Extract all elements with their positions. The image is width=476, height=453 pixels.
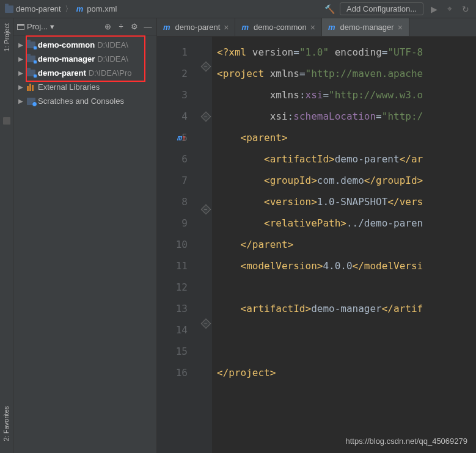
locate-icon[interactable]: ⊕ xyxy=(103,22,112,31)
sidebar-title-text: Proj... xyxy=(27,22,48,31)
module-folder-icon xyxy=(27,70,35,76)
tree-item-path: D:\IDEA\ xyxy=(97,54,128,63)
structure-tool-button[interactable] xyxy=(3,117,10,125)
chevron-down-icon: ▾ xyxy=(50,22,54,31)
top-toolbar: demo-parent 〉 m pom.xml 🔨 Add Configurat… xyxy=(0,0,476,18)
line-number-gutter[interactable]: 1234 5m↑ 678910111213141516 xyxy=(157,37,200,453)
tree-item-path: D:\IDEA\ xyxy=(97,40,128,49)
stop-icon[interactable]: ↻ xyxy=(460,4,471,14)
editor-tab[interactable]: m demo-common × xyxy=(235,18,321,36)
module-folder-icon xyxy=(27,42,35,48)
project-tool-button[interactable]: 1: Project xyxy=(3,23,10,51)
tree-item-name: demo-common xyxy=(38,40,95,49)
watermark: https://blog.csdn.net/qq_45069279 xyxy=(346,437,468,446)
editor-tabs: m demo-parent × m demo-common × m demo-m… xyxy=(157,18,476,37)
tree-item-name: demo-manager xyxy=(38,54,95,63)
fold-marker-icon[interactable]: − xyxy=(201,319,211,329)
editor-tab[interactable]: m demo-parent × xyxy=(157,18,235,36)
breadcrumb: demo-parent 〉 m pom.xml xyxy=(5,4,324,15)
maven-file-icon: m xyxy=(241,23,249,32)
maven-file-icon: m xyxy=(328,23,335,32)
editor-area: m demo-parent × m demo-common × m demo-m… xyxy=(157,18,476,453)
toolbar-right: 🔨 Add Configuration... ▶ ⌖ ↻ xyxy=(324,2,471,15)
tree-item-name: demo-parent xyxy=(38,68,86,78)
tree-item-name: External Libraries xyxy=(38,82,100,92)
favorites-tool-button[interactable]: 2: Favorites xyxy=(2,406,10,441)
sidebar-header: Proj... ▾ ⊕ ÷ ⚙ — xyxy=(13,18,156,35)
tree-item-module[interactable]: ▶ demo-parent D:\IDEA\Pro xyxy=(13,66,156,80)
module-folder-icon xyxy=(27,56,35,62)
maven-file-icon: m xyxy=(76,4,84,13)
expand-arrow-icon[interactable]: ▶ xyxy=(18,42,24,48)
project-tree: ▶ demo-common D:\IDEA\ ▶ demo-manager D:… xyxy=(13,35,156,111)
tab-label: demo-manager xyxy=(340,23,394,32)
sidebar-title[interactable]: Proj... ▾ xyxy=(17,22,99,31)
expand-arrow-icon[interactable]: ▶ xyxy=(18,56,24,62)
scratches-icon xyxy=(27,98,35,105)
maven-file-icon: m xyxy=(163,23,170,32)
project-view-icon xyxy=(17,24,24,30)
parent-pom-marker-icon[interactable]: m↑ xyxy=(177,127,186,148)
debug-icon[interactable]: ⌖ xyxy=(444,4,455,14)
close-icon[interactable]: × xyxy=(224,23,229,32)
settings-icon[interactable]: ⚙ xyxy=(130,22,139,31)
tree-item-module[interactable]: ▶ demo-common D:\IDEA\ xyxy=(13,38,156,52)
breadcrumb-root[interactable]: demo-parent xyxy=(16,4,61,13)
fold-gutter[interactable]: − − − − xyxy=(200,37,212,453)
run-icon[interactable]: ▶ xyxy=(428,4,439,14)
project-sidebar: Proj... ▾ ⊕ ÷ ⚙ — ▶ demo-common D:\IDEA\… xyxy=(13,18,157,453)
breadcrumb-file[interactable]: pom.xml xyxy=(87,4,117,13)
code-area[interactable]: 1234 5m↑ 678910111213141516 − − − − <?xm… xyxy=(157,37,476,453)
libraries-icon xyxy=(27,84,35,91)
close-icon[interactable]: × xyxy=(310,23,315,32)
hide-icon[interactable]: — xyxy=(143,22,153,31)
code-content[interactable]: <?xml version="1.0" encoding="UTF-8<proj… xyxy=(212,37,476,453)
tree-item-module[interactable]: ▶ demo-manager D:\IDEA\ xyxy=(13,52,156,66)
tree-item-libraries[interactable]: ▶ External Libraries xyxy=(13,80,156,94)
tab-label: demo-common xyxy=(254,23,307,32)
add-configuration-button[interactable]: Add Configuration... xyxy=(340,2,423,15)
expand-arrow-icon[interactable]: ▶ xyxy=(18,70,24,76)
breadcrumb-separator: 〉 xyxy=(65,4,73,15)
close-icon[interactable]: × xyxy=(398,23,403,32)
tree-item-scratches[interactable]: ▶ Scratches and Consoles xyxy=(13,94,156,108)
tab-label: demo-parent xyxy=(175,23,221,32)
editor-tab[interactable]: m demo-manager × xyxy=(322,18,409,36)
collapse-icon[interactable]: ÷ xyxy=(116,22,126,31)
expand-arrow-icon[interactable]: ▶ xyxy=(18,84,24,90)
expand-arrow-icon[interactable]: ▶ xyxy=(18,98,24,104)
build-icon[interactable]: 🔨 xyxy=(324,4,335,14)
left-tool-stripe: 1: Project 2: Favorites xyxy=(0,18,13,453)
folder-icon xyxy=(5,5,13,13)
tree-item-path: D:\IDEA\Pro xyxy=(89,68,132,78)
tree-item-name: Scratches and Consoles xyxy=(38,96,124,106)
